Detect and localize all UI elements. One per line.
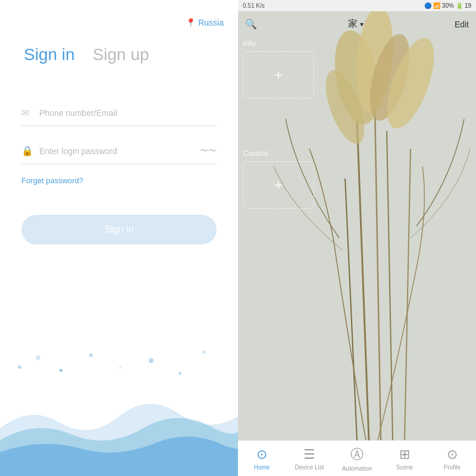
time-text: 19 (465, 2, 471, 9)
location[interactable]: 📍 Russia (186, 18, 224, 27)
email-icon: ✉ (21, 107, 33, 118)
tab-signup[interactable]: Sign up (93, 45, 149, 64)
nav-label-scene: Scene (396, 464, 413, 471)
nav-label-device-list: Device List (295, 464, 324, 471)
device-list-icon: ☰ (303, 447, 315, 462)
status-bar: 0.51 K/s 🔵 📶 30% 🔋 19 (238, 0, 476, 11)
scene-icon: ⊞ (399, 447, 410, 462)
location-bar: 📍 Russia (0, 0, 238, 27)
email-input[interactable] (39, 108, 217, 118)
info-label: Info (243, 39, 471, 48)
password-input[interactable] (39, 146, 194, 156)
wave-decoration (0, 381, 238, 476)
nav-item-automation[interactable]: Ⓐ Automation (341, 446, 374, 472)
profile-icon: ⊙ (447, 447, 458, 462)
add-control-card[interactable]: + (243, 161, 314, 209)
bottom-navigation: ⊙ Home ☰ Device List Ⓐ Automation ⊞ Scen… (238, 440, 476, 476)
nav-label-profile: Profile (444, 464, 461, 471)
auth-tabs: Sign in Sign up (0, 27, 238, 64)
info-section: Info + (243, 39, 471, 99)
status-icons: 🔵 📶 30% 🔋 19 (424, 2, 471, 9)
add-control-icon: + (274, 177, 283, 193)
bluetooth-icon: 🔵 (424, 2, 431, 9)
tab-signin[interactable]: Sign in (24, 45, 75, 64)
email-input-group: ✉ (21, 100, 217, 126)
control-label: Control (243, 149, 471, 158)
form-area: ✉ 🔒 〜〜 Forget password? Sign in (0, 64, 238, 245)
add-info-card[interactable]: + (243, 51, 314, 99)
battery-text: 30% (442, 2, 454, 9)
signin-panel: 📍 Russia Sign in Sign up ✉ 🔒 〜〜 Forget p… (0, 0, 238, 476)
nav-item-home[interactable]: ⊙ Home (246, 447, 278, 471)
control-section: Control + (243, 149, 471, 209)
nav-item-scene[interactable]: ⊞ Scene (389, 447, 421, 471)
home-selector[interactable]: 家 ▾ (348, 18, 364, 30)
smarthome-panel: 0.51 K/s 🔵 📶 30% 🔋 19 🔍 家 ▾ Edit (238, 0, 476, 476)
nav-label-home: Home (254, 464, 270, 471)
chevron-down-icon: ▾ (360, 20, 364, 29)
signal-icon: 📶 (433, 2, 440, 9)
home-name: 家 (348, 18, 358, 30)
nav-item-device-list[interactable]: ☰ Device List (293, 447, 326, 471)
signin-button[interactable]: Sign in (21, 215, 217, 245)
edit-button[interactable]: Edit (455, 20, 469, 29)
background-image: Info + Control + (238, 0, 476, 440)
automation-icon: Ⓐ (350, 446, 364, 464)
password-input-group: 🔒 〜〜 (21, 138, 217, 164)
add-info-icon: + (274, 67, 283, 83)
search-icon[interactable]: 🔍 (245, 18, 257, 30)
home-icon: ⊙ (256, 447, 267, 462)
app-header: 🔍 家 ▾ Edit (238, 13, 476, 35)
forget-password-link[interactable]: Forget password? (21, 176, 217, 185)
network-speed: 0.51 K/s (243, 2, 265, 9)
nav-item-profile[interactable]: ⊙ Profile (436, 447, 469, 471)
eye-icon[interactable]: 〜〜 (200, 146, 217, 156)
battery-icon: 🔋 (456, 2, 463, 9)
lock-icon: 🔒 (21, 145, 33, 156)
nav-label-automation: Automation (342, 465, 372, 472)
decorative-dots (0, 345, 238, 381)
location-icon: 📍 (186, 18, 196, 27)
